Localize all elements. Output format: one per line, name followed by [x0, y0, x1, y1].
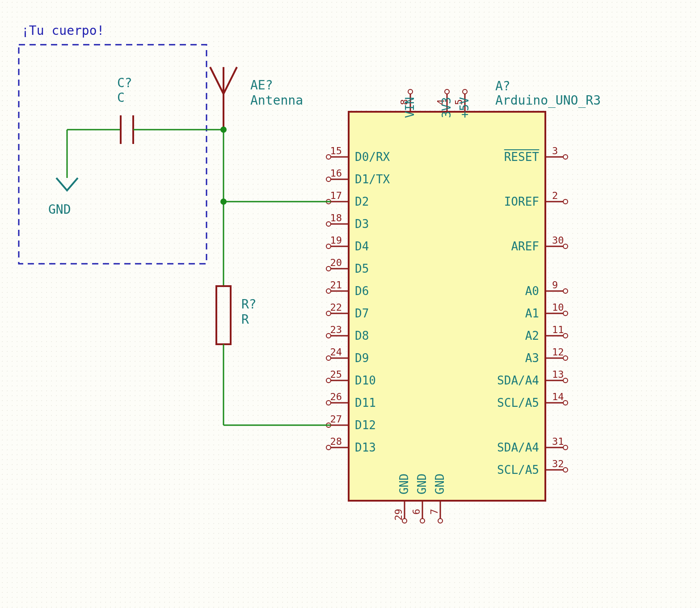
pin-num: 23	[330, 324, 342, 335]
pin-name: D9	[355, 351, 369, 365]
svg-point-6	[463, 89, 467, 94]
pin-num: 21	[330, 279, 342, 291]
pin-num: 27	[330, 414, 342, 425]
pin-name: D1/TX	[355, 173, 390, 186]
svg-point-38	[563, 199, 568, 204]
pin-num: 24	[330, 346, 342, 358]
pin-name: D13	[355, 441, 376, 454]
pin-num: 32	[552, 458, 564, 469]
pin-name: D12	[355, 418, 376, 432]
pin-num: 25	[330, 369, 342, 380]
pin-name: GND	[397, 473, 411, 494]
res-val: R	[241, 312, 249, 327]
pin-name: D5	[355, 262, 369, 275]
pin-name: AREF	[511, 240, 539, 253]
svg-point-4	[445, 89, 449, 94]
chip-val: Arduino_UNO_R3	[495, 93, 601, 108]
pin-name: D11	[355, 396, 376, 410]
pin-name: D10	[355, 374, 376, 387]
pin-num: 20	[330, 257, 342, 268]
cap-val: C	[117, 90, 125, 105]
arduino-chip: A? Arduino_UNO_R3 8VIN43V35+5V 15D0/RX16…	[326, 79, 601, 523]
pin-num: 2	[552, 190, 558, 201]
pin-num: 18	[330, 212, 342, 224]
pin-name: A1	[525, 307, 539, 320]
pin-num: 29	[393, 509, 404, 521]
pin-num: 19	[330, 235, 342, 246]
pin-num: 12	[552, 346, 564, 358]
pin-name: VIN	[403, 97, 417, 118]
svg-point-56	[563, 468, 568, 472]
pin-name: RESET	[504, 150, 540, 164]
resistor: R? R	[216, 202, 257, 425]
svg-point-54	[563, 445, 568, 450]
gnd-label: GND	[48, 202, 71, 217]
svg-point-52	[563, 401, 568, 405]
pin-name: D6	[355, 284, 369, 298]
pin-name: A0	[525, 284, 539, 298]
ant-ref: AE?	[250, 78, 273, 93]
pin-name: SDA/A4	[497, 374, 539, 387]
pin-num: 16	[330, 168, 342, 179]
pin-num: 17	[330, 190, 342, 201]
schematic-diagram: ¡Tu cuerpo! A? Arduino_UNO_R3 8VIN43V35+…	[0, 0, 700, 608]
pin-num: 15	[330, 145, 342, 156]
svg-point-44	[563, 311, 568, 316]
svg-line-72	[223, 67, 237, 94]
pin-name: A3	[525, 351, 539, 365]
gnd-symbol: GND	[48, 130, 78, 217]
pin-num: 30	[552, 235, 564, 246]
pin-num: 13	[552, 369, 564, 380]
svg-point-36	[563, 155, 568, 159]
pin-num: 9	[552, 279, 558, 291]
pin-name: SCL/A5	[497, 463, 539, 477]
svg-line-70	[210, 67, 223, 94]
pin-name: D0/RX	[355, 150, 390, 164]
pin-name: IOREF	[504, 195, 539, 208]
ant-val: Antenna	[250, 93, 303, 108]
pin-num: 10	[552, 302, 564, 313]
svg-rect-74	[216, 286, 231, 344]
pin-num: 22	[330, 302, 342, 313]
pin-num: 31	[552, 436, 564, 447]
pin-num: 11	[552, 324, 564, 335]
pin-num: 28	[330, 436, 342, 447]
svg-point-2	[408, 89, 413, 94]
pin-name: D7	[355, 307, 369, 320]
pin-name: GND	[433, 473, 447, 494]
res-ref: R?	[241, 297, 257, 312]
pin-name: D8	[355, 329, 369, 342]
body-box-title: ¡Tu cuerpo!	[21, 23, 104, 38]
svg-point-46	[563, 334, 568, 338]
pin-name: D4	[355, 240, 369, 253]
svg-point-61	[420, 519, 425, 523]
capacitor: C? C	[67, 76, 223, 144]
svg-point-63	[438, 519, 443, 523]
svg-point-40	[563, 244, 568, 249]
pin-name: A2	[525, 329, 539, 342]
antenna: AE? Antenna	[210, 67, 303, 130]
pin-num: 26	[330, 391, 342, 402]
pin-num: 7	[429, 509, 440, 515]
pin-num: 14	[552, 391, 564, 402]
pin-num: 3	[552, 145, 558, 156]
cap-ref: C?	[117, 76, 132, 90]
svg-point-48	[563, 356, 568, 360]
pin-name: SDA/A4	[497, 441, 539, 454]
pin-name: +5V	[458, 97, 471, 118]
pin-num: 6	[411, 509, 422, 515]
svg-point-42	[563, 289, 568, 293]
chip-ref: A?	[495, 79, 510, 93]
body-box	[19, 45, 207, 264]
pin-name: D2	[355, 195, 369, 208]
pin-name: SCL/A5	[497, 396, 539, 410]
pin-name: D3	[355, 217, 369, 231]
svg-point-50	[563, 378, 568, 383]
pin-name: GND	[415, 473, 429, 494]
pin-name: 3V3	[440, 97, 453, 118]
